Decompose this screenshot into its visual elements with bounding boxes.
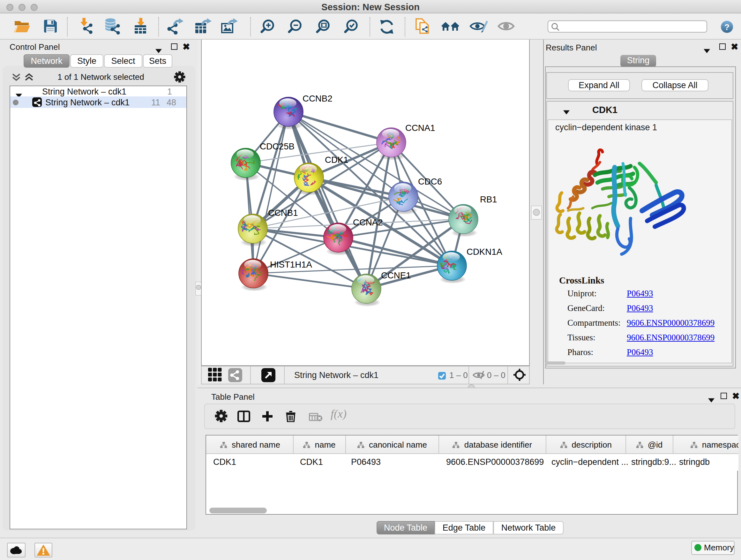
svg-text:RB1: RB1 xyxy=(480,194,497,204)
svg-text:CDC25B: CDC25B xyxy=(260,141,294,151)
svg-text:CCNA2: CCNA2 xyxy=(353,217,383,227)
svg-text:CCNA1: CCNA1 xyxy=(405,123,435,133)
svg-text:CDKN1A: CDKN1A xyxy=(467,247,502,257)
svg-text:CCNB1: CCNB1 xyxy=(268,208,298,218)
svg-text:?: ? xyxy=(724,22,730,32)
svg-text:CCNE1: CCNE1 xyxy=(381,270,411,280)
svg-text:HIST1H1A: HIST1H1A xyxy=(270,260,312,269)
svg-text:CCNB2: CCNB2 xyxy=(302,94,333,104)
svg-text:CDC6: CDC6 xyxy=(418,177,442,186)
svg-text:CDK1: CDK1 xyxy=(325,155,348,165)
